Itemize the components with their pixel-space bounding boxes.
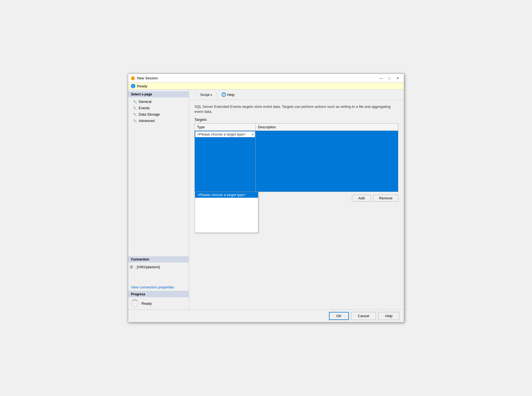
dropdown-chevron-icon — [252, 132, 253, 136]
view-connection-properties-link[interactable]: View connection properties — [128, 283, 189, 291]
help-button[interactable]: ? Help — [219, 91, 237, 98]
dropdown-item-1[interactable]: etw_classic_sync_target — [195, 198, 258, 204]
sidebar-item-general[interactable]: General — [128, 98, 189, 105]
col-description-header: Description — [256, 124, 398, 131]
status-text: Ready — [137, 84, 148, 88]
minimize-button[interactable]: — — [377, 75, 385, 81]
sidebar-item-label-advanced: Advanced — [139, 119, 155, 123]
dropdown-selected-value: <Please choose a target type> — [197, 132, 246, 136]
table-header-row: Type Description — [195, 124, 398, 131]
script-icon: 📄 — [195, 93, 199, 97]
targets-label: Targets: — [194, 118, 398, 122]
progress-spinner — [131, 299, 139, 307]
dropdown-cell[interactable]: <Please choose a target type> <Please ch… — [195, 131, 256, 192]
content-description: SQL Server Extended Events targets store… — [194, 104, 398, 114]
sidebar: Select a page General Events Data Storag… — [128, 90, 189, 309]
dropdown-item-3[interactable]: event_file — [195, 209, 258, 215]
dropdown-item-6[interactable]: ring_buffer — [195, 227, 258, 233]
script-button[interactable]: 📄 Script — [192, 92, 214, 98]
description-cell — [256, 131, 398, 192]
sidebar-item-advanced[interactable]: Advanced — [128, 118, 189, 124]
maximize-button[interactable]: □ — [386, 75, 393, 81]
connection-section-title: Connection — [128, 256, 189, 262]
connection-server: . [VM1\jdantoni] — [135, 265, 160, 269]
dialog-footer: OK Cancel Help — [128, 309, 404, 322]
sidebar-item-label-general: General — [139, 100, 151, 104]
col-type-header: Type — [195, 124, 256, 131]
dropdown-list: <Please choose a target type> etw_classi… — [195, 192, 258, 233]
sidebar-item-label-data-storage: Data Storage — [139, 112, 160, 116]
close-button[interactable]: ✕ — [394, 75, 402, 81]
progress-status: Ready — [141, 301, 152, 306]
dropdown-item-0[interactable]: <Please choose a target type> — [195, 192, 258, 198]
footer-help-button[interactable]: Help — [378, 312, 399, 320]
progress-content: Ready — [128, 297, 189, 309]
sidebar-item-data-storage[interactable]: Data Storage — [128, 111, 189, 118]
status-bar: i Ready — [128, 83, 404, 90]
content-area: SQL Server Extended Events targets store… — [189, 100, 404, 309]
dropdown-item-2[interactable]: event_counter — [195, 204, 258, 209]
help-icon: ? — [222, 92, 226, 97]
advanced-icon — [133, 119, 137, 123]
cancel-button[interactable]: Cancel — [351, 312, 376, 320]
sidebar-section-title: Select a page — [128, 91, 189, 97]
info-icon: i — [131, 84, 135, 88]
main-window: New Session — □ ✕ i Ready Select a page … — [128, 74, 404, 322]
target-type-dropdown[interactable]: <Please choose a target type> — [195, 131, 256, 138]
toolbar-separator — [217, 92, 217, 97]
connection-icon: ⊞ — [130, 265, 133, 269]
data-storage-icon — [133, 113, 137, 116]
script-label: Script — [200, 93, 209, 97]
events-icon — [133, 106, 137, 110]
title-bar: New Session — □ ✕ — [128, 74, 404, 83]
window-title: New Session — [137, 76, 377, 80]
dropdown-item-4[interactable]: histogram — [195, 215, 258, 221]
sidebar-item-events[interactable]: Events — [128, 105, 189, 111]
svg-point-2 — [132, 78, 133, 79]
app-icon — [130, 76, 135, 81]
progress-section: Progress Ready — [128, 291, 189, 309]
connection-item: ⊞ . [VM1\jdantoni] — [128, 264, 189, 270]
main-area: Select a page General Events Data Storag… — [128, 90, 404, 309]
help-label: Help — [227, 93, 235, 97]
ok-button[interactable]: OK — [329, 312, 349, 320]
dropdown-item-5[interactable]: pair_matching — [195, 221, 258, 227]
window-controls: — □ ✕ — [377, 75, 402, 81]
sidebar-item-label-events: Events — [139, 106, 150, 110]
right-panel: 📄 Script ? Help SQL Server Extended Even… — [189, 90, 404, 309]
general-icon — [133, 100, 137, 104]
script-dropdown-icon — [210, 93, 212, 97]
targets-table: Type Description <Please choose a target… — [195, 124, 398, 192]
remove-button[interactable]: Remove — [373, 195, 398, 202]
table-row: <Please choose a target type> <Please ch… — [195, 131, 398, 192]
targets-table-wrapper: Type Description <Please choose a target… — [194, 123, 398, 192]
toolbar: 📄 Script ? Help — [189, 90, 404, 100]
add-button[interactable]: Add — [352, 195, 371, 202]
progress-section-title: Progress — [128, 291, 189, 297]
